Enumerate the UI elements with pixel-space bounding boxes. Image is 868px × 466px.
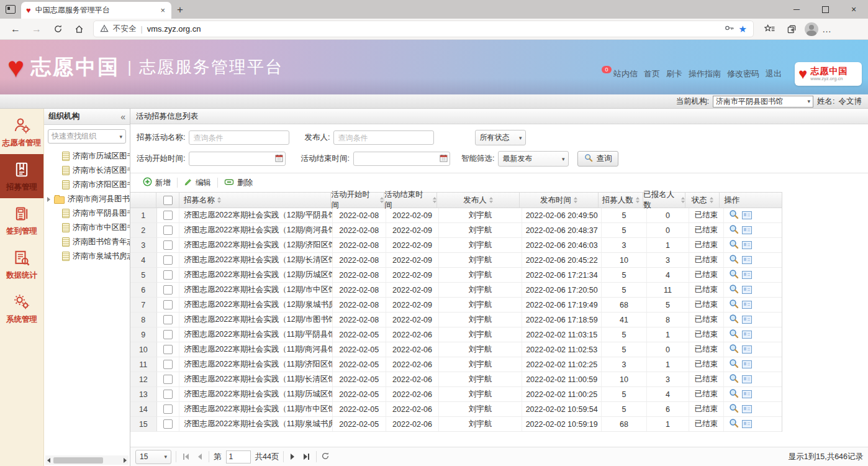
- header-publisher[interactable]: 发布人: [437, 193, 520, 208]
- sort-icon[interactable]: [636, 197, 640, 203]
- home-button[interactable]: [70, 21, 88, 37]
- view-detail-magnifier-icon[interactable]: [729, 284, 739, 296]
- tree-node[interactable]: 济南市商河县图书馆: [44, 192, 130, 206]
- roster-card-icon[interactable]: [742, 405, 752, 413]
- header-start-time[interactable]: 活动开始时间: [331, 193, 384, 208]
- table-row[interactable]: 1 济图志愿2022寒期社会实践（12期/平阴县馆） 2022-02-08 20…: [130, 208, 782, 223]
- view-detail-magnifier-icon[interactable]: [729, 359, 739, 370]
- row-checkbox[interactable]: [163, 360, 173, 369]
- roster-card-icon[interactable]: [742, 211, 752, 219]
- row-checkbox[interactable]: [163, 345, 173, 354]
- tree-node[interactable]: 济南市长清区图书馆: [44, 163, 130, 178]
- table-row[interactable]: 4 济图志愿2022寒期社会实践（12期/长清区馆） 2022-02-08 20…: [130, 253, 782, 268]
- favorite-star-icon[interactable]: ★: [739, 24, 747, 35]
- window-minimize-button[interactable]: ─: [782, 0, 811, 19]
- row-checkbox[interactable]: [163, 375, 173, 384]
- expand-icon[interactable]: [47, 197, 50, 202]
- table-row[interactable]: 5 济图志愿2022寒期社会实践（12期/历城区馆） 2022-02-08 20…: [130, 268, 782, 283]
- tree-node[interactable]: 济南市市中区图书馆: [44, 221, 130, 235]
- roster-card-icon[interactable]: [742, 331, 752, 339]
- tree-horizontal-scrollbar[interactable]: [45, 455, 129, 465]
- sort-icon[interactable]: [217, 197, 221, 203]
- tree-node[interactable]: 济南市济阳区图书馆: [44, 178, 130, 192]
- view-detail-magnifier-icon[interactable]: [729, 239, 739, 251]
- header-signed-count[interactable]: 已报名人数: [643, 193, 685, 208]
- window-restore-button[interactable]: [811, 0, 839, 19]
- row-checkbox[interactable]: [163, 419, 173, 429]
- view-detail-magnifier-icon[interactable]: [729, 373, 739, 385]
- activity-name-input[interactable]: [189, 130, 289, 145]
- row-checkbox[interactable]: [163, 240, 173, 250]
- banner-link[interactable]: 站内信: [613, 68, 638, 80]
- table-row[interactable]: 6 济图志愿2022寒期社会实践（12期/市中区馆） 2022-02-08 20…: [130, 283, 782, 298]
- row-checkbox[interactable]: [163, 255, 173, 265]
- calendar-icon[interactable]: [440, 154, 448, 164]
- delete-button[interactable]: 删除: [218, 176, 259, 190]
- view-detail-magnifier-icon[interactable]: [729, 403, 739, 415]
- table-row[interactable]: 8 济图志愿2022寒期社会实践（12期/市图书馆） 2022-02-08 20…: [130, 313, 782, 327]
- end-time-input[interactable]: [353, 152, 450, 166]
- scroll-right-icon[interactable]: [124, 458, 127, 463]
- tree-node[interactable]: 济南市平阴县图书馆: [44, 206, 130, 221]
- calendar-icon[interactable]: [275, 154, 283, 164]
- table-row[interactable]: 9 济图志愿2022寒期社会实践（11期/平阴县馆） 2022-02-05 20…: [130, 327, 782, 342]
- next-page-button[interactable]: [288, 452, 297, 461]
- select-all-checkbox[interactable]: [163, 196, 173, 205]
- table-row[interactable]: 3 济图志愿2022寒期社会实践（12期/济阳区馆） 2022-02-08 20…: [130, 238, 782, 253]
- status-select[interactable]: 所有状态 ▾: [475, 130, 526, 145]
- view-detail-magnifier-icon[interactable]: [729, 254, 739, 266]
- row-checkbox[interactable]: [163, 404, 173, 414]
- row-checkbox[interactable]: [163, 315, 173, 324]
- refresh-grid-icon[interactable]: [321, 452, 330, 462]
- view-detail-magnifier-icon[interactable]: [729, 314, 739, 326]
- collections-icon[interactable]: [782, 21, 801, 37]
- row-checkbox[interactable]: [163, 300, 173, 309]
- add-button[interactable]: 新增: [137, 176, 177, 190]
- view-detail-magnifier-icon[interactable]: [729, 269, 739, 281]
- table-row[interactable]: 14 济图志愿2022寒期社会实践（11期/市中区馆） 2022-02-05 2…: [130, 402, 782, 417]
- sort-icon[interactable]: [433, 197, 436, 203]
- view-detail-magnifier-icon[interactable]: [729, 224, 739, 236]
- banner-link[interactable]: 操作指南: [689, 68, 721, 80]
- view-detail-magnifier-icon[interactable]: [729, 299, 739, 311]
- table-row[interactable]: 13 济图志愿2022寒期社会实践（11期/历城区馆） 2022-02-05 2…: [130, 387, 782, 402]
- roster-card-icon[interactable]: [742, 301, 752, 309]
- banner-link[interactable]: 退出: [766, 68, 782, 80]
- sort-icon[interactable]: [574, 197, 577, 203]
- header-status[interactable]: 状态: [685, 193, 720, 208]
- sort-icon[interactable]: [380, 197, 384, 203]
- roster-card-icon[interactable]: [742, 316, 752, 324]
- sort-icon[interactable]: [489, 197, 493, 203]
- publisher-input[interactable]: [333, 130, 434, 145]
- sort-icon[interactable]: [681, 197, 685, 203]
- roster-card-icon[interactable]: [742, 375, 752, 383]
- start-time-input[interactable]: [189, 152, 286, 166]
- roster-card-icon[interactable]: [742, 345, 752, 354]
- table-row[interactable]: 7 济图志愿2022寒期社会实践（12期/泉城书房） 2022-02-08 20…: [130, 298, 782, 313]
- page-size-select[interactable]: 15 ▾: [135, 450, 171, 464]
- page-number-input[interactable]: [226, 450, 251, 464]
- sidebar-item[interactable]: 系统管理: [0, 286, 43, 331]
- roster-card-icon[interactable]: [742, 420, 752, 428]
- favorites-bar-icon[interactable]: [760, 21, 779, 37]
- banner-link[interactable]: 修改密码: [727, 68, 759, 80]
- password-key-icon[interactable]: [725, 24, 735, 34]
- sort-icon[interactable]: [710, 197, 713, 203]
- roster-card-icon[interactable]: [742, 226, 752, 234]
- row-checkbox[interactable]: [163, 330, 173, 339]
- new-tab-button[interactable]: +: [171, 1, 189, 19]
- header-end-time[interactable]: 活动结束时间: [384, 193, 437, 208]
- first-page-button[interactable]: [181, 452, 191, 461]
- collapse-panel-icon[interactable]: «: [120, 112, 125, 122]
- scroll-left-icon[interactable]: [47, 458, 50, 463]
- profile-avatar[interactable]: [805, 22, 818, 36]
- query-button[interactable]: 查询: [577, 151, 618, 167]
- table-row[interactable]: 2 济图志愿2022寒期社会实践（12期/商河县馆） 2022-02-08 20…: [130, 223, 782, 238]
- table-row[interactable]: 15 济图志愿2022寒期社会实践（11期/泉城书房） 2022-02-05 2…: [130, 417, 782, 432]
- tree-node[interactable]: 济南图书馆青年志愿服: [44, 235, 130, 249]
- browser-menu-icon[interactable]: …: [822, 24, 832, 34]
- table-row[interactable]: 10 济图志愿2022寒期社会实践（11期/商河县馆） 2022-02-05 2…: [130, 342, 782, 357]
- view-detail-magnifier-icon[interactable]: [729, 344, 739, 355]
- tree-node[interactable]: 济南市泉城书房志愿者: [44, 249, 130, 263]
- sidebar-item[interactable]: 签到管理: [0, 198, 43, 242]
